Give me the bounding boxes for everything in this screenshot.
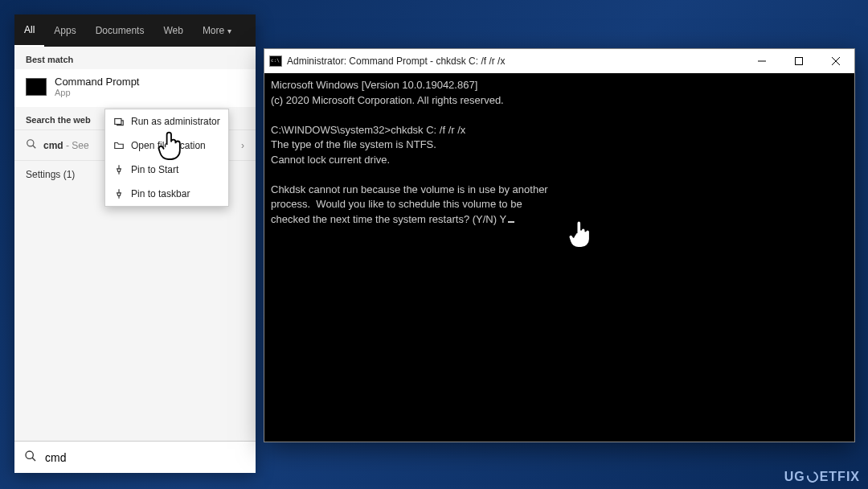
svg-line-3: [32, 458, 35, 461]
menu-label: Open file location: [131, 140, 206, 151]
best-match-header: Best match: [14, 47, 256, 69]
admin-shield-icon: [113, 116, 125, 127]
tab-documents[interactable]: Documents: [86, 14, 154, 47]
chevron-down-icon: ▾: [227, 27, 231, 35]
svg-point-2: [26, 451, 33, 458]
command-prompt-window: Administrator: Command Prompt - chkdsk C…: [264, 48, 855, 442]
menu-run-as-admin[interactable]: Run as administrator: [105, 109, 228, 134]
watermark: UGETFIX: [784, 470, 860, 484]
watermark-text: ETFIX: [820, 470, 860, 484]
best-match-item[interactable]: Command Prompt App: [14, 69, 256, 107]
tab-more-label: More: [203, 25, 224, 36]
context-menu: Run as administrator Open file location …: [104, 109, 229, 207]
menu-open-file-location[interactable]: Open file location: [105, 134, 228, 158]
watermark-text: UG: [784, 470, 805, 484]
start-search-panel: All Apps Documents Web More▾ Best match …: [14, 14, 256, 473]
svg-point-0: [27, 140, 34, 146]
search-icon: [26, 138, 37, 152]
search-tabs: All Apps Documents Web More▾: [14, 14, 256, 47]
cmd-title: Administrator: Command Prompt - chkdsk C…: [287, 55, 505, 67]
tab-web[interactable]: Web: [154, 14, 192, 47]
best-match-text: Command Prompt App: [55, 76, 139, 97]
command-prompt-icon: [26, 78, 47, 96]
pin-icon: [113, 188, 125, 199]
watermark-o-icon: [805, 469, 820, 484]
web-suffix: - See: [63, 140, 89, 151]
tab-more[interactable]: More▾: [193, 14, 241, 47]
text-cursor: [508, 221, 514, 223]
chevron-right-icon: ›: [241, 140, 244, 151]
menu-pin-to-start[interactable]: Pin to Start: [105, 158, 228, 182]
web-query: cmd: [43, 140, 63, 151]
best-match-subtitle: App: [55, 88, 139, 97]
svg-rect-6: [796, 58, 803, 65]
minimize-button[interactable]: [743, 49, 780, 73]
maximize-button[interactable]: [780, 49, 817, 73]
search-input[interactable]: cmd: [45, 451, 66, 464]
menu-pin-to-taskbar[interactable]: Pin to taskbar: [105, 182, 228, 206]
search-icon: [24, 450, 37, 465]
cmd-titlebar[interactable]: Administrator: Command Prompt - chkdsk C…: [264, 49, 854, 73]
close-button[interactable]: [817, 49, 854, 73]
svg-rect-4: [115, 119, 121, 125]
tab-apps[interactable]: Apps: [44, 14, 85, 47]
window-controls: [743, 49, 854, 73]
menu-label: Run as administrator: [131, 116, 220, 127]
tab-all[interactable]: All: [14, 14, 44, 47]
menu-label: Pin to Start: [131, 164, 178, 175]
web-search-text: cmd - See: [43, 140, 89, 151]
pin-icon: [113, 164, 125, 175]
search-bar[interactable]: cmd: [14, 441, 256, 473]
folder-icon: [113, 140, 125, 151]
svg-line-1: [33, 146, 36, 149]
cmd-app-icon: [269, 55, 282, 67]
cmd-output[interactable]: Microsoft Windows [Version 10.0.19042.86…: [264, 73, 854, 442]
best-match-title: Command Prompt: [55, 76, 139, 88]
menu-label: Pin to taskbar: [131, 188, 190, 199]
cmd-text: Microsoft Windows [Version 10.0.19042.86…: [271, 79, 548, 225]
